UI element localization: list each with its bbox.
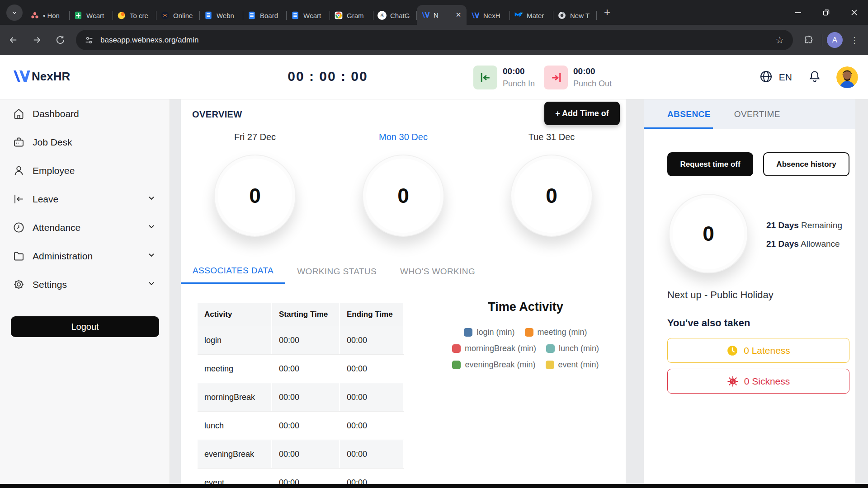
sidebar-item-job-desk[interactable]: Job Desk [0, 128, 170, 156]
sidebar-item-employee[interactable]: Employee [0, 156, 170, 185]
day-date-active[interactable]: Mon 30 Dec [379, 132, 428, 142]
legend-swatch [525, 328, 533, 337]
minimize-button[interactable] [784, 0, 812, 25]
tab-whos-working[interactable]: WHO'S WORKING [388, 258, 487, 284]
logout-button[interactable]: Logout [11, 316, 159, 337]
legend-item[interactable]: event (min) [546, 360, 599, 370]
orbit-icon [160, 11, 170, 20]
tab-working-status[interactable]: WORKING STATUS [285, 258, 388, 284]
punch-in-label: Punch In [503, 79, 535, 89]
sidebar-item-label: Leave [33, 194, 58, 205]
browser-tab-nexhr[interactable]: NexH [467, 6, 510, 25]
table-row[interactable]: login 00:00 00:00 [198, 326, 404, 355]
table-row[interactable]: morningBreak 00:00 00:00 [198, 383, 404, 412]
browser-tab-wcart-sheet[interactable]: Wcart [70, 6, 113, 25]
punch-in-block: 00:00 Punch In [473, 66, 535, 89]
browser-tab-board[interactable]: Board [243, 6, 287, 25]
browser-tab-online[interactable]: Online [156, 6, 200, 25]
table-row[interactable]: eveningBreak 00:00 00:00 [198, 440, 404, 469]
table-row[interactable]: lunch 00:00 00:00 [198, 412, 404, 440]
tab-absence[interactable]: ABSENCE [644, 109, 722, 119]
sidebar-item-administration[interactable]: Administration [0, 242, 170, 270]
punch-out-button[interactable] [544, 66, 568, 89]
table-row[interactable]: meeting 00:00 00:00 [198, 355, 404, 383]
tab-search-button[interactable] [6, 5, 23, 21]
app-header: NexHR 00 : 00 : 00 00:00 Punch In 00:00 … [0, 55, 868, 99]
back-button[interactable] [3, 30, 24, 51]
sickness-button[interactable]: 0 Sickness [667, 369, 849, 394]
browser-tab-chatgpt[interactable]: ✳ ChatG [373, 6, 417, 25]
browser-tab-material[interactable]: Mater [510, 6, 553, 25]
nexhr-logo-icon [12, 69, 31, 84]
day-counter-value: 0 [249, 183, 261, 208]
browser-toolbar: baseapp.webnexs.org/admin ☆ A ⋮ [0, 25, 868, 55]
user-avatar[interactable] [836, 66, 858, 88]
new-tab-button[interactable]: + [599, 5, 615, 20]
sidebar-item-attendance[interactable]: Attendance [0, 213, 170, 242]
cell-start: 00:00 [272, 326, 340, 354]
sidebar-item-settings[interactable]: Settings [0, 270, 170, 299]
tab-title: Wcart [86, 12, 109, 19]
cell-start: 00:00 [272, 440, 340, 468]
browser-tab-nexhr-active[interactable]: N ✕ [417, 5, 467, 25]
cell-start: 00:00 [272, 469, 340, 484]
url-text[interactable]: baseapp.webnexs.org/admin [100, 36, 773, 45]
sidebar-item-leave[interactable]: Leave [0, 185, 170, 213]
browser-tabs: • Hon Wcart To cre Online Webn Board Wca… [26, 0, 597, 25]
asana-icon [30, 11, 39, 20]
day-date[interactable]: Fri 27 Dec [234, 132, 276, 142]
day-date[interactable]: Tue 31 Dec [528, 132, 575, 142]
punch-in-button[interactable] [473, 66, 497, 89]
extensions-icon[interactable] [799, 31, 817, 49]
browser-tab-new[interactable]: New T [553, 6, 597, 25]
notification-bell-icon[interactable] [808, 70, 821, 84]
chrome-gray-icon [557, 11, 566, 20]
cell-end: 00:00 [340, 440, 404, 468]
browser-tab-to-create[interactable]: To cre [113, 6, 156, 25]
lateness-button[interactable]: 0 Lateness [667, 338, 849, 363]
tab-overtime[interactable]: OVERTIME [722, 109, 792, 119]
browser-tab-asana[interactable]: • Hon [26, 6, 70, 25]
legend-row: eveningBreak (min) event (min) [432, 360, 619, 370]
legend-item[interactable]: eveningBreak (min) [452, 360, 535, 370]
browser-profile-avatar[interactable]: A [827, 32, 843, 48]
time-activity-chart: Time Activity login (min) meeting (min) … [432, 300, 619, 376]
language-selector[interactable]: EN [779, 72, 792, 83]
work-timer: 00 : 00 : 00 [285, 69, 371, 84]
legend-item[interactable]: morningBreak (min) [452, 344, 536, 353]
request-time-off-button[interactable]: Request time off [667, 152, 753, 176]
day-column: Mon 30 Dec 0 [329, 132, 477, 237]
punch-in-icon [479, 71, 492, 84]
legend-item[interactable]: login (min) [464, 328, 514, 337]
brand-logo[interactable]: NexHR [12, 69, 70, 84]
bookmark-star-icon[interactable]: ☆ [773, 35, 787, 46]
tab-close-icon[interactable]: ✕ [454, 11, 462, 19]
table-row[interactable]: event 00:00 00:00 [198, 469, 404, 484]
days-remaining-label: Remaining [799, 221, 842, 230]
browser-menu-icon[interactable]: ⋮ [845, 31, 863, 49]
site-info-icon[interactable] [82, 33, 96, 47]
sickness-virus-icon [727, 375, 739, 387]
reload-button[interactable] [50, 30, 71, 51]
browser-tab-wcart-doc[interactable]: Wcart [287, 6, 330, 25]
sidebar-item-dashboard[interactable]: Dashboard [0, 99, 170, 128]
absence-panel: ABSENCE OVERTIME Request time off Absenc… [644, 99, 855, 484]
globe-icon[interactable] [760, 70, 773, 85]
tab-associates-data[interactable]: ASSOCIATES DATA [181, 258, 285, 284]
spreadsheet-icon [74, 11, 83, 20]
browser-tab-gram[interactable]: Gram [330, 6, 373, 25]
absence-history-button[interactable]: Absence history [763, 152, 849, 176]
close-window-button[interactable] [840, 0, 868, 25]
avatar-illustration [836, 66, 858, 88]
chevron-down-icon [147, 222, 156, 233]
legend-item[interactable]: lunch (min) [546, 344, 599, 353]
toolbar-divider [822, 34, 822, 46]
browser-tab-webn[interactable]: Webn [200, 6, 243, 25]
tab-title: Board [260, 12, 283, 19]
forward-button[interactable] [26, 30, 47, 51]
add-time-off-button[interactable]: + Add Time of [544, 102, 620, 125]
legend-item[interactable]: meeting (min) [525, 328, 587, 337]
sun-icon [117, 11, 126, 20]
address-bar[interactable]: baseapp.webnexs.org/admin ☆ [76, 30, 793, 50]
restore-button[interactable] [812, 0, 840, 25]
